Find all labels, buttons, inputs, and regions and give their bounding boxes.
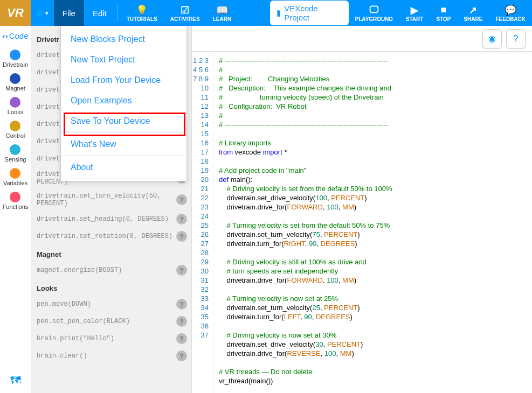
file-menu-item[interactable]: What's New (61, 134, 186, 155)
code-line[interactable]: # Library imports (219, 138, 392, 148)
language-button[interactable]: 🌐 ▾ (31, 0, 54, 26)
file-menu-item[interactable]: Save To Your Device (61, 111, 186, 131)
file-menu-item[interactable]: About (61, 157, 186, 178)
editor-toolbar: ◉ ? (192, 26, 532, 52)
code-line[interactable]: # Driving velocity is now set at 30% (219, 331, 392, 340)
playground-button[interactable]: 🖵 PLAYGROUND (349, 0, 399, 26)
code-line[interactable]: drivetrain.turn_for(RIGHT, 90, DEGREES) (219, 239, 392, 248)
code-line[interactable]: drivetrain.turn_for(LEFT, 90, DEGREES) (219, 312, 392, 321)
share-button[interactable]: ↗ SHARE (457, 0, 489, 26)
category-item[interactable]: Magnet (3, 70, 29, 94)
code-line[interactable] (219, 358, 392, 367)
palette-help-icon[interactable]: ? (176, 214, 187, 224)
stop-icon: ■ (440, 4, 446, 16)
edit-menu-button[interactable]: Edit (84, 0, 115, 26)
map-icon[interactable]: 🗺 (4, 368, 27, 393)
code-line[interactable]: vr_thread(main()) (219, 376, 392, 385)
category-item[interactable]: Control (3, 117, 29, 141)
code-line[interactable] (219, 285, 392, 294)
category-item[interactable]: Variables (3, 165, 29, 188)
palette-help-icon[interactable]: ? (176, 231, 187, 242)
globe-icon: 🌐 ▾ (36, 10, 49, 17)
code-line[interactable] (219, 212, 392, 221)
palette-row[interactable]: drivetrain.set_heading(0, DEGREES)? (37, 210, 187, 228)
code-line[interactable]: # Driving velocity is still at 100% as d… (219, 257, 392, 266)
palette-section-header: Magnet (37, 250, 187, 258)
play-icon: ▶ (411, 4, 418, 16)
code-line[interactable]: def main(): (219, 175, 392, 184)
code-line[interactable]: # turn speeds are set independently (219, 266, 392, 276)
file-dropdown-menu: New Blocks ProjectNew Text ProjectLoad F… (60, 26, 187, 181)
file-menu-item[interactable]: New Text Project (61, 50, 186, 70)
category-color-dot (10, 50, 20, 60)
code-line[interactable]: drivetrain.drive_for(FORWARD, 100, MM) (219, 276, 392, 285)
category-item[interactable]: Functions (3, 188, 29, 212)
palette-help-icon[interactable]: ? (176, 316, 187, 327)
code-line[interactable] (219, 129, 392, 138)
category-label: Magnet (5, 85, 25, 92)
learn-button[interactable]: 📖 LEARN (206, 0, 238, 26)
code-line[interactable]: # Add project code in "main" (219, 166, 392, 175)
code-lines[interactable]: # --------------------------------------… (213, 52, 398, 393)
code-line[interactable]: # Turning velocity is now set at 25% (219, 294, 392, 303)
palette-help-icon[interactable]: ? (176, 194, 187, 205)
code-line[interactable]: # Driving velocity is set from the defau… (219, 184, 392, 193)
palette-help-icon[interactable]: ? (176, 265, 187, 276)
palette-help-icon[interactable]: ? (176, 333, 187, 344)
project-name-pill[interactable]: ▮ VEXcode Project (270, 1, 348, 25)
feedback-button[interactable]: 💬 FEEDBACK (489, 0, 532, 26)
code-line[interactable] (219, 157, 392, 166)
code-line[interactable]: drivetrain.set_drive_velocity(100, PERCE… (219, 193, 392, 202)
palette-help-icon[interactable]: ? (176, 299, 187, 310)
code-line[interactable]: # (219, 65, 392, 74)
code-line[interactable]: # Configuration: VR Robot (219, 102, 392, 111)
code-tab[interactable]: Code (0, 26, 31, 46)
code-line[interactable] (219, 385, 392, 393)
dashboard-button[interactable]: ◉ (482, 29, 502, 48)
code-line[interactable]: # Project: Changing Velocities (219, 74, 392, 83)
category-item[interactable]: Looks (3, 94, 29, 117)
palette-code-snippet: drivetr (37, 103, 64, 111)
palette-row[interactable]: brain.clear()? (37, 347, 187, 364)
palette-row[interactable]: magnet.energize(BOOST)? (37, 262, 187, 279)
code-line[interactable] (219, 248, 392, 257)
code-line[interactable]: drivetrain.drive_for(FORWARD, 100, MM) (219, 202, 392, 212)
separator (118, 4, 118, 22)
help-button[interactable]: ? (506, 29, 526, 48)
palette-row[interactable]: pen.move(DOWN)? (37, 296, 187, 313)
code-line[interactable]: drivetrain.set_turn_velocity(25, PERCENT… (219, 303, 392, 312)
activities-button[interactable]: ☑ ACTIVITIES (164, 0, 206, 26)
start-button[interactable]: ▶ START (399, 0, 430, 26)
category-item[interactable]: Sensing (3, 141, 29, 165)
category-color-dot (10, 97, 20, 108)
code-line[interactable] (219, 321, 392, 331)
vr-logo: VR (0, 0, 31, 26)
palette-row[interactable]: pen.set_pen_color(BLACK)? (37, 313, 187, 330)
palette-row[interactable]: brain.print("Hello")? (37, 330, 187, 347)
palette-row[interactable]: drivetrain.set_turn_velocity(50, PERCENT… (37, 189, 187, 210)
code-line[interactable]: # turning velocity (speed) of the Drivet… (219, 93, 392, 102)
code-line[interactable]: # Description: This example changes the … (219, 83, 392, 93)
tutorials-button[interactable]: 💡 TUTORIALS (120, 0, 164, 26)
file-menu-item[interactable]: Load From Your Device (61, 70, 186, 90)
code-line[interactable]: from vexcode import * (219, 148, 392, 157)
code-line[interactable]: # --------------------------------------… (219, 56, 392, 65)
category-item[interactable]: Drivetrain (3, 46, 29, 70)
code-line[interactable]: drivetrain.set_turn_velocity(75, PERCENT… (219, 230, 392, 239)
code-line[interactable]: # VR threads — Do not delete (219, 367, 392, 376)
palette-help-icon[interactable]: ? (176, 350, 187, 361)
code-line[interactable]: # (219, 111, 392, 120)
slot-icon: ▮ (277, 8, 281, 18)
file-menu-button[interactable]: File (54, 0, 84, 26)
chat-icon: 💬 (505, 4, 516, 16)
palette-code-snippet: magnet.energize(BOOST) (37, 266, 122, 274)
file-menu-item[interactable]: New Blocks Project (61, 29, 186, 50)
file-menu-item[interactable]: Open Examples (61, 90, 186, 111)
code-line[interactable]: drivetrain.set_drive_velocity(30, PERCEN… (219, 340, 392, 349)
code-line[interactable]: drivetrain.drive_for(REVERSE, 100, MM) (219, 349, 392, 358)
stop-button[interactable]: ■ STOP (430, 0, 457, 26)
code-line[interactable]: # Turning velocity is set from the defau… (219, 221, 392, 230)
palette-row[interactable]: drivetrain.set_rotation(0, DEGREES)? (37, 228, 187, 245)
code-area[interactable]: 1 2 3 4 5 6 7 8 9 10 11 12 13 14 15 16 1… (192, 52, 532, 393)
code-line[interactable]: # --------------------------------------… (219, 120, 392, 129)
